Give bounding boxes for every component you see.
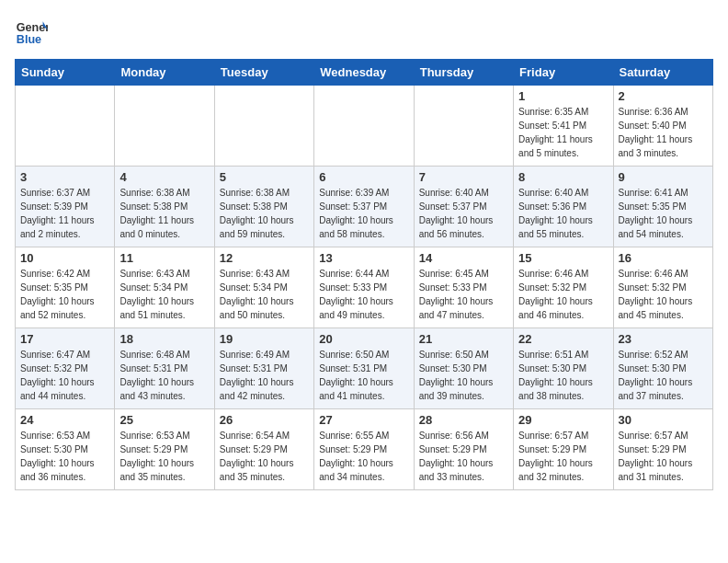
calendar-header: SundayMondayTuesdayWednesdayThursdayFrid… xyxy=(16,60,713,86)
day-number: 26 xyxy=(220,413,309,427)
calendar-cell: 27Sunrise: 6:55 AM Sunset: 5:29 PM Dayli… xyxy=(314,409,414,490)
calendar-cell: 1Sunrise: 6:35 AM Sunset: 5:41 PM Daylig… xyxy=(514,86,613,167)
calendar-cell xyxy=(414,86,513,167)
day-info: Sunrise: 6:53 AM Sunset: 5:29 PM Dayligh… xyxy=(119,429,209,484)
day-info: Sunrise: 6:43 AM Sunset: 5:34 PM Dayligh… xyxy=(119,267,209,322)
calendar-week-row: 1Sunrise: 6:35 AM Sunset: 5:41 PM Daylig… xyxy=(16,86,713,167)
logo: General Blue xyxy=(15,15,51,48)
day-number: 25 xyxy=(119,413,209,427)
day-info: Sunrise: 6:57 AM Sunset: 5:29 PM Dayligh… xyxy=(619,429,708,484)
header-day: Thursday xyxy=(414,60,513,86)
calendar-cell: 4Sunrise: 6:38 AM Sunset: 5:38 PM Daylig… xyxy=(115,167,214,247)
day-number: 20 xyxy=(319,332,408,346)
day-info: Sunrise: 6:45 AM Sunset: 5:33 PM Dayligh… xyxy=(419,267,508,322)
day-info: Sunrise: 6:38 AM Sunset: 5:38 PM Dayligh… xyxy=(220,186,309,241)
calendar-cell: 18Sunrise: 6:48 AM Sunset: 5:31 PM Dayli… xyxy=(115,328,214,409)
day-info: Sunrise: 6:55 AM Sunset: 5:29 PM Dayligh… xyxy=(319,429,408,484)
day-number: 19 xyxy=(220,332,309,346)
calendar-cell: 28Sunrise: 6:56 AM Sunset: 5:29 PM Dayli… xyxy=(414,409,513,490)
header-day: Monday xyxy=(115,60,214,86)
day-number: 5 xyxy=(220,170,309,184)
calendar-cell: 5Sunrise: 6:38 AM Sunset: 5:38 PM Daylig… xyxy=(214,167,313,247)
calendar-cell: 7Sunrise: 6:40 AM Sunset: 5:37 PM Daylig… xyxy=(414,167,513,247)
calendar-cell: 11Sunrise: 6:43 AM Sunset: 5:34 PM Dayli… xyxy=(115,247,214,328)
day-number: 15 xyxy=(518,251,608,265)
day-number: 22 xyxy=(518,332,608,346)
calendar-cell: 12Sunrise: 6:43 AM Sunset: 5:34 PM Dayli… xyxy=(214,247,313,328)
day-info: Sunrise: 6:39 AM Sunset: 5:37 PM Dayligh… xyxy=(319,186,408,241)
day-info: Sunrise: 6:41 AM Sunset: 5:35 PM Dayligh… xyxy=(619,186,708,241)
header-day: Friday xyxy=(514,60,613,86)
day-number: 9 xyxy=(619,170,708,184)
header: General Blue xyxy=(15,15,713,48)
day-info: Sunrise: 6:53 AM Sunset: 5:30 PM Dayligh… xyxy=(20,429,109,484)
day-number: 2 xyxy=(619,89,708,103)
header-day: Sunday xyxy=(16,60,115,86)
day-number: 13 xyxy=(319,251,408,265)
header-day: Saturday xyxy=(613,60,712,86)
day-number: 8 xyxy=(518,170,608,184)
day-number: 28 xyxy=(419,413,508,427)
day-number: 27 xyxy=(319,413,408,427)
day-number: 24 xyxy=(20,413,109,427)
day-info: Sunrise: 6:35 AM Sunset: 5:41 PM Dayligh… xyxy=(518,105,608,160)
day-number: 18 xyxy=(119,332,209,346)
calendar-cell: 6Sunrise: 6:39 AM Sunset: 5:37 PM Daylig… xyxy=(314,167,414,247)
calendar-cell: 17Sunrise: 6:47 AM Sunset: 5:32 PM Dayli… xyxy=(16,328,115,409)
day-number: 6 xyxy=(319,170,408,184)
day-info: Sunrise: 6:46 AM Sunset: 5:32 PM Dayligh… xyxy=(619,267,708,322)
day-info: Sunrise: 6:42 AM Sunset: 5:35 PM Dayligh… xyxy=(20,267,109,322)
calendar-cell: 2Sunrise: 6:36 AM Sunset: 5:40 PM Daylig… xyxy=(613,86,712,167)
day-info: Sunrise: 6:57 AM Sunset: 5:29 PM Dayligh… xyxy=(518,429,608,484)
day-info: Sunrise: 6:47 AM Sunset: 5:32 PM Dayligh… xyxy=(20,348,109,403)
day-info: Sunrise: 6:51 AM Sunset: 5:30 PM Dayligh… xyxy=(518,348,608,403)
calendar-cell: 24Sunrise: 6:53 AM Sunset: 5:30 PM Dayli… xyxy=(16,409,115,490)
day-info: Sunrise: 6:46 AM Sunset: 5:32 PM Dayligh… xyxy=(518,267,608,322)
calendar-cell: 16Sunrise: 6:46 AM Sunset: 5:32 PM Dayli… xyxy=(613,247,712,328)
calendar-cell: 10Sunrise: 6:42 AM Sunset: 5:35 PM Dayli… xyxy=(16,247,115,328)
calendar-cell: 8Sunrise: 6:40 AM Sunset: 5:36 PM Daylig… xyxy=(514,167,613,247)
day-number: 16 xyxy=(619,251,708,265)
day-info: Sunrise: 6:54 AM Sunset: 5:29 PM Dayligh… xyxy=(220,429,309,484)
day-number: 30 xyxy=(619,413,708,427)
day-number: 7 xyxy=(419,170,508,184)
calendar-cell xyxy=(16,86,115,167)
day-info: Sunrise: 6:56 AM Sunset: 5:29 PM Dayligh… xyxy=(419,429,508,484)
day-info: Sunrise: 6:44 AM Sunset: 5:33 PM Dayligh… xyxy=(319,267,408,322)
day-number: 29 xyxy=(518,413,608,427)
day-number: 17 xyxy=(20,332,109,346)
day-number: 23 xyxy=(619,332,708,346)
day-info: Sunrise: 6:43 AM Sunset: 5:34 PM Dayligh… xyxy=(220,267,309,322)
calendar-cell xyxy=(314,86,414,167)
calendar-week-row: 17Sunrise: 6:47 AM Sunset: 5:32 PM Dayli… xyxy=(16,328,713,409)
calendar-cell: 22Sunrise: 6:51 AM Sunset: 5:30 PM Dayli… xyxy=(514,328,613,409)
day-info: Sunrise: 6:48 AM Sunset: 5:31 PM Dayligh… xyxy=(119,348,209,403)
logo-icon: General Blue xyxy=(15,15,48,48)
calendar-cell: 29Sunrise: 6:57 AM Sunset: 5:29 PM Dayli… xyxy=(514,409,613,490)
day-info: Sunrise: 6:50 AM Sunset: 5:31 PM Dayligh… xyxy=(319,348,408,403)
header-row: SundayMondayTuesdayWednesdayThursdayFrid… xyxy=(16,60,713,86)
day-info: Sunrise: 6:52 AM Sunset: 5:30 PM Dayligh… xyxy=(619,348,708,403)
calendar-week-row: 10Sunrise: 6:42 AM Sunset: 5:35 PM Dayli… xyxy=(16,247,713,328)
day-info: Sunrise: 6:36 AM Sunset: 5:40 PM Dayligh… xyxy=(619,105,708,160)
day-number: 3 xyxy=(20,170,109,184)
calendar-body: 1Sunrise: 6:35 AM Sunset: 5:41 PM Daylig… xyxy=(16,86,713,490)
day-number: 14 xyxy=(419,251,508,265)
svg-text:Blue: Blue xyxy=(17,33,41,46)
day-number: 21 xyxy=(419,332,508,346)
calendar-cell: 13Sunrise: 6:44 AM Sunset: 5:33 PM Dayli… xyxy=(314,247,414,328)
calendar-cell: 21Sunrise: 6:50 AM Sunset: 5:30 PM Dayli… xyxy=(414,328,513,409)
day-number: 1 xyxy=(518,89,608,103)
calendar-cell: 14Sunrise: 6:45 AM Sunset: 5:33 PM Dayli… xyxy=(414,247,513,328)
calendar-cell: 25Sunrise: 6:53 AM Sunset: 5:29 PM Dayli… xyxy=(115,409,214,490)
header-day: Tuesday xyxy=(214,60,313,86)
calendar-cell xyxy=(214,86,313,167)
day-info: Sunrise: 6:40 AM Sunset: 5:37 PM Dayligh… xyxy=(419,186,508,241)
calendar-week-row: 24Sunrise: 6:53 AM Sunset: 5:30 PM Dayli… xyxy=(16,409,713,490)
header-day: Wednesday xyxy=(314,60,414,86)
calendar-table: SundayMondayTuesdayWednesdayThursdayFrid… xyxy=(15,59,713,490)
calendar-cell: 23Sunrise: 6:52 AM Sunset: 5:30 PM Dayli… xyxy=(613,328,712,409)
day-number: 10 xyxy=(20,251,109,265)
calendar-week-row: 3Sunrise: 6:37 AM Sunset: 5:39 PM Daylig… xyxy=(16,167,713,247)
day-info: Sunrise: 6:38 AM Sunset: 5:38 PM Dayligh… xyxy=(119,186,209,241)
